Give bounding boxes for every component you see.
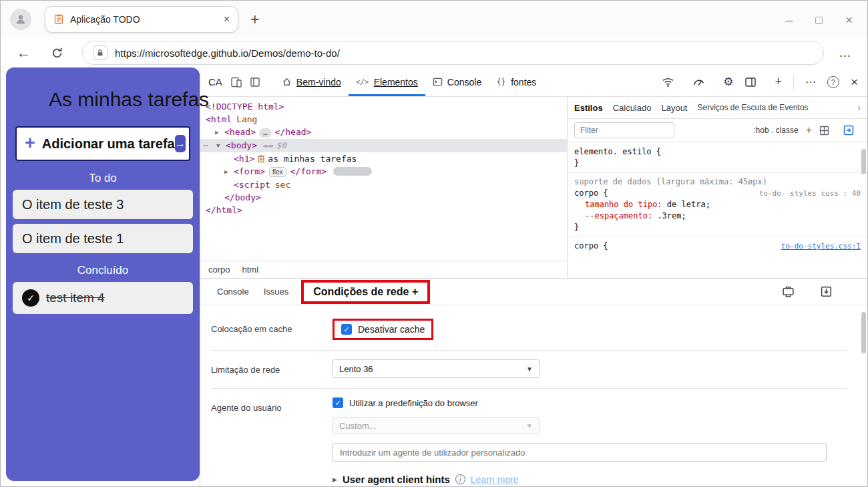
tab-elements-label: Elementos [374,77,418,88]
disclosure-arrow-icon[interactable]: ▶ [333,476,337,483]
styles-scrollbar[interactable] [861,149,866,174]
tab-close-icon[interactable]: × [224,13,230,25]
flex-badge[interactable]: flex [269,167,286,177]
dom-line-html[interactable]: <htmlLang [200,113,567,126]
dom-line-form[interactable]: ▶<form>flex</form> [200,165,567,178]
tab-console[interactable]: Console [425,67,489,96]
user-agent-controls: ✓ Utilizar a predefinição do browser Cus… [333,397,827,485]
dock-side-icon[interactable] [249,76,261,88]
new-tab-button[interactable]: + [250,11,259,29]
new-style-rule-button[interactable]: + [806,124,812,136]
css-selector[interactable]: corpo { [574,240,608,252]
client-hints-label[interactable]: User agent client hints [343,474,450,485]
window-close-button[interactable]: × [845,13,853,26]
network-conditions-icon[interactable] [662,75,674,88]
collapsed-content-icon[interactable]: … [259,128,272,138]
expand-arrow-icon[interactable]: ▼ [216,140,226,152]
css-property[interactable]: --espaçamento: .3rem; [574,210,861,222]
node-menu-icon[interactable]: ⋯ [203,139,212,152]
dom-line-head[interactable]: ▶<head>…</head> [200,126,567,139]
browser-menu-button[interactable]: … [839,45,853,60]
checked-circle-icon[interactable]: ✓ [22,289,39,307]
todo-section-heading: To do [6,172,200,185]
refresh-icon [51,47,63,59]
plus-icon: + [25,133,35,154]
tab-strip: Aplicação TODO × + – × [1,1,867,38]
expand-drawer-icon[interactable] [820,285,833,298]
breadcrumb-item-body[interactable]: corpo [208,265,230,275]
pseudo-class-toggle[interactable]: :hob . classe [753,126,798,135]
tab-title: Aplicação TODO [70,14,224,25]
drawer-tab-console[interactable]: Console [210,287,256,297]
tab-welcome[interactable]: Bem-vindo [274,67,349,96]
learn-more-link[interactable]: Learn more [471,474,519,485]
tab-event-listeners[interactable]: Serviços de Escuta de Eventos [698,103,809,112]
dom-line-body-selected[interactable]: ⋯▼<body>==$0 [200,139,567,152]
site-info-badge[interactable] [93,45,107,60]
disable-cache-checkbox[interactable]: ✓ [341,324,352,335]
ua-default-checkbox[interactable]: ✓ [333,397,343,408]
annotation-box-network-tab: Condições de rede + [301,280,430,304]
person-icon [15,13,27,25]
check-icon: ✓ [343,325,349,334]
dock-drawer-icon[interactable] [782,285,795,298]
collapse-arrow-icon[interactable]: ▶ [215,126,224,139]
ua-custom-input[interactable] [333,443,827,462]
todo-item[interactable]: O item de teste 3 [13,190,193,219]
network-throttling-select[interactable]: Lento 36 ▼ [333,359,539,378]
device-emulation-icon[interactable] [230,76,242,88]
back-button[interactable]: ← [17,45,31,61]
completed-item-label: test item 4 [46,291,105,305]
maximize-button[interactable] [815,13,823,26]
browser-tab[interactable]: Aplicação TODO × [45,6,238,33]
dom-line-html-close[interactable]: </html> [200,204,567,216]
chevron-down-icon: ▼ [526,365,533,373]
dom-line-script[interactable]: <scriptsec [200,178,567,191]
open-styles-icon[interactable] [843,125,854,136]
address-bar[interactable]: https://microsoftedge.github.io/Demos/de… [82,41,824,65]
tab-computed[interactable]: Calculado [613,103,652,113]
minimize-button[interactable]: – [785,13,793,26]
todo-item[interactable]: O item de teste 1 [13,224,193,253]
tab-sources[interactable]: fontes [489,67,544,96]
completed-item[interactable]: ✓ test item 4 [13,282,193,314]
drawer-scrollbar[interactable] [861,312,866,353]
todo-app-panel: As minhas tarefas + Adicionar uma tarefa… [6,67,200,481]
css-selector[interactable]: corpo { [574,188,608,199]
css-property[interactable]: tamanho do tipo: de letra; [574,199,861,210]
devtools-drawer: Console Issues Condições de rede + [200,278,867,486]
breadcrumb-item-html[interactable]: html [242,265,259,275]
css-rule-header: corpo { to-do- styles cuss : 40 [574,188,861,199]
tab-elements[interactable]: </> Elementos [349,67,425,96]
add-task-button[interactable]: + Adicionar uma tarefa → [15,126,190,161]
tab-layout[interactable]: Layout [661,103,687,113]
chevron-right-icon[interactable]: › [857,102,861,113]
chevron-down-icon: ▼ [526,422,533,430]
drawer-tab-issues[interactable]: Issues [256,287,296,297]
refresh-button[interactable] [51,47,63,59]
gauge-glyph [692,75,705,88]
layout-panels-icon[interactable] [744,76,756,88]
css-source-link[interactable]: to-do-styles.css:1 [781,240,861,252]
toolbar-separator [793,75,794,90]
grid-overlay-icon[interactable] [819,126,829,136]
rule-element-style[interactable]: elemento. estilo { [574,146,861,158]
drawer-tab-network-conditions[interactable]: Condições de rede + [313,286,418,298]
devtools-close-button[interactable]: × [851,75,858,90]
dom-line-h1[interactable]: <h1>as minhas tarefas [200,152,567,165]
css-source-ref[interactable]: to-do- styles cuss : 40 [759,188,861,199]
tab-styles[interactable]: Estilos [574,103,603,113]
settings-gear-icon[interactable]: ⚙ [723,75,733,89]
styles-filter-input[interactable] [574,122,674,138]
add-tool-button[interactable]: + [775,75,782,89]
profile-avatar[interactable] [10,9,31,30]
collapse-arrow-icon[interactable]: ▶ [224,166,234,178]
dom-line-doctype[interactable]: <!DOCTYPE html> [200,100,567,113]
throttling-icon[interactable] [692,75,705,88]
dom-line-body-close[interactable]: </body> [200,191,567,204]
devtools-toolbar-right: ⚙ + ⋯ ? × [662,75,858,90]
more-tools-button[interactable]: ⋯ [805,75,816,88]
help-button[interactable]: ? [827,76,839,88]
ua-default-label: Utilizar a predefinição do browser [349,398,478,408]
toolbar-left-label: CA [208,76,222,88]
